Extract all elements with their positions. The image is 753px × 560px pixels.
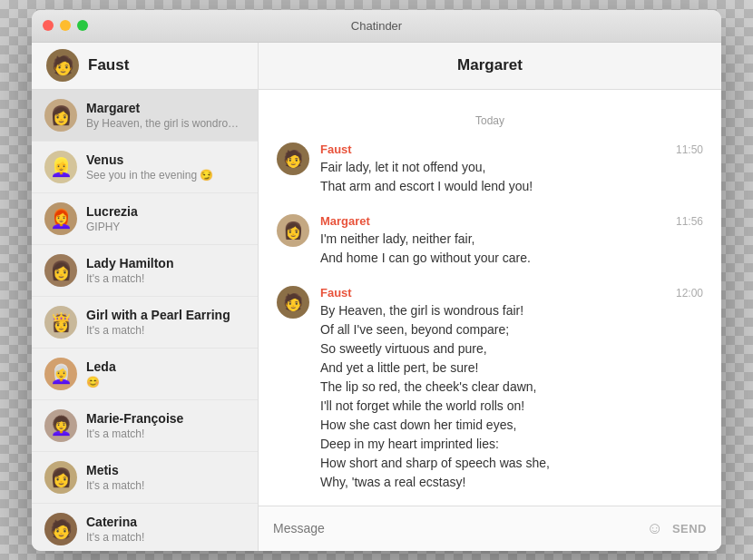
caterina-info: Caterina It's a match! — [86, 515, 245, 544]
msg3-header: Faust 12:00 — [320, 286, 703, 300]
venus-preview: See you in the evening 😏 — [86, 169, 245, 182]
margaret-name: Margaret — [86, 101, 245, 115]
faust-avatar-msg3: 🧑 — [277, 286, 309, 319]
venus-info: Venus See you in the evening 😏 — [86, 152, 245, 182]
minimize-button[interactable] — [60, 20, 71, 31]
lucrezia-preview: GIPHY — [86, 221, 245, 233]
msg2-sender: Margaret — [320, 214, 370, 228]
lady-hamilton-avatar: 👩 — [44, 254, 77, 287]
leda-name: Leda — [86, 359, 245, 374]
pearl-preview: It's a match! — [86, 324, 245, 337]
caterina-name: Caterina — [86, 515, 245, 529]
chat-header: Margaret — [259, 43, 721, 90]
leda-avatar: 👩‍🦳 — [44, 358, 77, 390]
chat-area: Margaret Today 🧑 Faust 11:50 — [259, 43, 721, 551]
chat-messages: Today 🧑 Faust 11:50 Fair lady, let it no… — [259, 90, 721, 506]
marie-avatar: 👩‍🦱 — [44, 409, 77, 442]
contact-list[interactable]: 👩 Margaret By Heaven, the girl is wondro… — [32, 90, 258, 551]
metis-name: Metis — [86, 463, 245, 477]
sidebar-item-venus[interactable]: 👱‍♀️ Venus See you in the evening 😏 — [32, 142, 258, 193]
lady-hamilton-info: Lady Hamilton It's a match! — [86, 256, 245, 285]
lucrezia-name: Lucrezia — [86, 204, 245, 219]
sidebar-item-pearl[interactable]: 👸 Girl with a Pearl Earring It's a match… — [32, 297, 258, 349]
msg1-time: 11:50 — [676, 143, 703, 156]
pearl-info: Girl with a Pearl Earring It's a match! — [86, 308, 245, 337]
leda-preview: 😊 — [86, 376, 245, 388]
current-user-avatar: 🧑 — [46, 49, 79, 82]
date-label: Today — [475, 114, 504, 127]
message-row-1: 🧑 Faust 11:50 Fair lady, let it not offe… — [277, 142, 703, 196]
metis-preview: It's a match! — [86, 479, 245, 492]
sidebar-item-lady-hamilton[interactable]: 👩 Lady Hamilton It's a match! — [32, 245, 258, 297]
venus-name: Venus — [86, 152, 245, 167]
msg3-text: By Heaven, the girl is wondrous fair! Of… — [320, 301, 703, 492]
msg2-header: Margaret 11:56 — [320, 214, 703, 228]
maximize-button[interactable] — [77, 20, 88, 31]
chat-input-bar: ☺ SEND — [259, 506, 721, 551]
message-row-3: 🧑 Faust 12:00 By Heaven, the girl is won… — [277, 286, 703, 492]
msg1-sender: Faust — [320, 142, 352, 156]
app-window: Chatinder 🧑 Faust 👩 Margaret By Heaven, … — [32, 10, 721, 551]
margaret-preview: By Heaven, the girl is wondro… — [86, 117, 245, 130]
lady-hamilton-preview: It's a match! — [86, 272, 245, 285]
faust-avatar-msg1: 🧑 — [277, 142, 309, 175]
caterina-preview: It's a match! — [86, 531, 245, 544]
pearl-avatar: 👸 — [44, 306, 77, 339]
margaret-avatar: 👩 — [44, 99, 77, 132]
lucrezia-info: Lucrezia GIPHY — [86, 204, 245, 233]
send-button[interactable]: SEND — [672, 522, 707, 535]
margaret-info: Margaret By Heaven, the girl is wondro… — [86, 101, 245, 130]
lucrezia-avatar: 👩‍🦰 — [44, 202, 77, 235]
sidebar-item-leda[interactable]: 👩‍🦳 Leda 😊 — [32, 349, 258, 400]
metis-avatar: 👩 — [44, 461, 77, 494]
msg1-text: Fair lady, let it not offend you, That a… — [320, 158, 703, 196]
close-button[interactable] — [43, 20, 54, 31]
message-input[interactable] — [273, 521, 646, 535]
sidebar: 🧑 Faust 👩 Margaret By Heaven, the girl i… — [32, 43, 259, 551]
date-divider: Today — [277, 112, 703, 128]
marie-preview: It's a match! — [86, 427, 245, 440]
message-row-2: 👩 Margaret 11:56 I'm neither lady, neith… — [277, 214, 703, 268]
lady-hamilton-name: Lady Hamilton — [86, 256, 245, 270]
app-body: 🧑 Faust 👩 Margaret By Heaven, the girl i… — [32, 43, 721, 551]
titlebar: Chatinder — [32, 10, 721, 43]
venus-avatar: 👱‍♀️ — [44, 151, 77, 183]
window-controls — [43, 20, 88, 31]
msg1-header: Faust 11:50 — [320, 142, 703, 156]
msg2-content: Margaret 11:56 I'm neither lady, neither… — [320, 214, 703, 268]
msg3-sender: Faust — [320, 286, 352, 300]
marie-name: Marie-Françoise — [86, 411, 245, 426]
sidebar-header: 🧑 Faust — [32, 43, 258, 90]
sidebar-item-caterina[interactable]: 🧑 Caterina It's a match! — [32, 504, 258, 551]
metis-info: Metis It's a match! — [86, 463, 245, 492]
caterina-avatar: 🧑 — [44, 513, 77, 545]
sidebar-item-marie[interactable]: 👩‍🦱 Marie-Françoise It's a match! — [32, 400, 258, 452]
sidebar-item-lucrezia[interactable]: 👩‍🦰 Lucrezia GIPHY — [32, 193, 258, 245]
chat-contact-name: Margaret — [457, 56, 523, 74]
leda-info: Leda 😊 — [86, 359, 245, 388]
msg2-time: 11:56 — [676, 215, 703, 228]
marie-info: Marie-Françoise It's a match! — [86, 411, 245, 440]
current-user-name: Faust — [88, 56, 129, 74]
msg2-text: I'm neither lady, neither fair, And home… — [320, 230, 703, 268]
sidebar-item-margaret[interactable]: 👩 Margaret By Heaven, the girl is wondro… — [32, 90, 258, 142]
msg3-content: Faust 12:00 By Heaven, the girl is wondr… — [320, 286, 703, 492]
msg3-time: 12:00 — [676, 287, 703, 300]
msg1-content: Faust 11:50 Fair lady, let it not offend… — [320, 142, 703, 196]
pearl-name: Girl with a Pearl Earring — [86, 308, 245, 322]
app-title: Chatinder — [351, 19, 402, 33]
margaret-avatar-msg2: 👩 — [277, 214, 309, 247]
emoji-button[interactable]: ☺ — [646, 519, 662, 538]
sidebar-item-metis[interactable]: 👩 Metis It's a match! — [32, 452, 258, 504]
